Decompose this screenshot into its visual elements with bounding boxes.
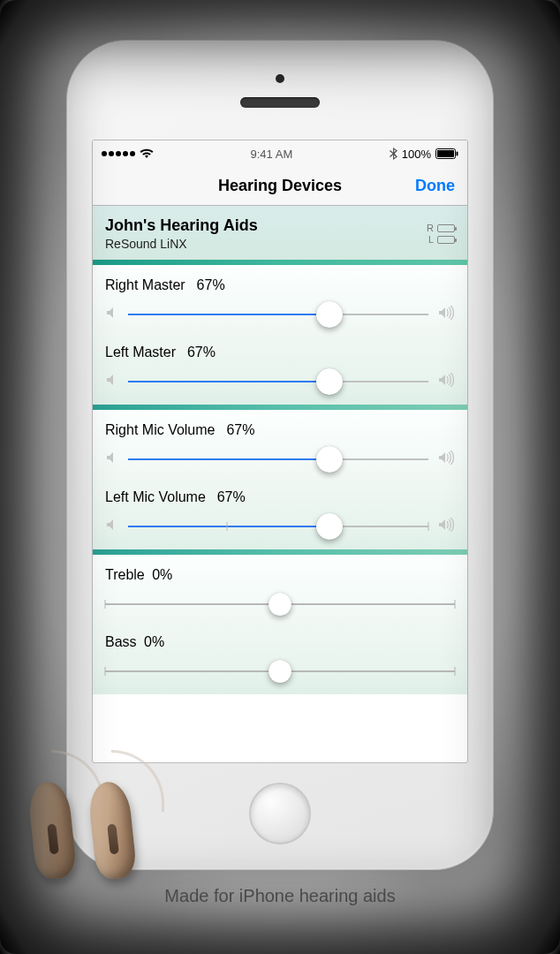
bass-value: 0% (144, 634, 164, 649)
left-mic-block: Left Mic Volume 67% (93, 477, 467, 544)
page-title: Hearing Devices (218, 177, 342, 195)
right-mic-label: Right Mic Volume (105, 422, 216, 437)
battery-icon (435, 148, 458, 159)
status-bar: 9:41 AM 100% (93, 140, 467, 167)
left-mic-label: Left Mic Volume (105, 489, 206, 504)
svg-rect-1 (437, 150, 454, 157)
volume-high-icon (437, 373, 455, 390)
home-button[interactable] (249, 783, 311, 844)
volume-low-icon (105, 450, 119, 468)
right-master-slider[interactable] (128, 302, 428, 327)
treble-slider[interactable] (105, 592, 455, 617)
right-master-label: Right Master (105, 277, 185, 292)
signal-strength-icon (102, 151, 135, 156)
left-mic-value: 67% (217, 489, 246, 504)
bass-block: Bass 0% (93, 622, 467, 689)
bass-slider[interactable] (105, 659, 455, 684)
marketing-caption: Made for iPhone hearing aids (164, 886, 395, 906)
status-time: 9:41 AM (251, 148, 293, 161)
bass-label: Bass (105, 634, 137, 649)
done-button[interactable]: Done (415, 177, 455, 195)
iphone-device-frame: 9:41 AM 100% Hearing Devices Done John's… (66, 40, 494, 870)
volume-high-icon (437, 306, 455, 323)
volume-low-icon (105, 306, 119, 323)
volume-high-icon (437, 518, 455, 535)
right-master-value: 67% (197, 277, 225, 292)
front-camera (276, 74, 284, 83)
right-mic-block: Right Mic Volume 67% (93, 410, 467, 477)
mic-volume-section: Right Mic Volume 67% Left Mic Volume 67% (93, 410, 467, 549)
treble-block: Treble 0% (93, 555, 467, 622)
volume-low-icon (105, 518, 119, 535)
svg-rect-2 (456, 152, 458, 156)
device-model: ReSound LiNX (105, 237, 258, 251)
left-master-label: Left Master (105, 344, 176, 360)
content-area: John's Hearing Aids ReSound LiNX R L Rig… (93, 206, 467, 762)
navigation-bar: Hearing Devices Done (93, 167, 467, 206)
left-master-block: Left Master 67% (93, 332, 467, 399)
volume-high-icon (437, 450, 455, 468)
treble-label: Treble (105, 567, 145, 582)
left-master-value: 67% (187, 344, 216, 360)
eq-section: Treble 0% Bass 0% (93, 555, 467, 694)
bluetooth-icon (390, 148, 397, 160)
screen: 9:41 AM 100% Hearing Devices Done John's… (92, 140, 468, 763)
battery-percentage: 100% (402, 148, 431, 161)
wifi-icon (140, 148, 154, 159)
right-ear-label: R (427, 223, 434, 234)
treble-value: 0% (152, 567, 172, 582)
device-battery-status: R L (427, 223, 455, 246)
device-name: John's Hearing Aids (105, 216, 258, 235)
master-volume-section: Right Master 67% Left Master 67% (93, 265, 467, 405)
left-battery-icon (437, 236, 455, 244)
left-ear-label: L (428, 234, 434, 246)
left-mic-slider[interactable] (128, 514, 428, 539)
left-master-slider[interactable] (128, 369, 428, 394)
earpiece-speaker (240, 97, 320, 108)
right-master-block: Right Master 67% (93, 265, 467, 332)
right-mic-value: 67% (226, 422, 254, 437)
right-battery-icon (437, 224, 455, 232)
volume-low-icon (105, 373, 119, 390)
hearing-aids-illustration (25, 755, 150, 892)
right-mic-slider[interactable] (128, 447, 428, 472)
device-header[interactable]: John's Hearing Aids ReSound LiNX R L (93, 206, 467, 260)
